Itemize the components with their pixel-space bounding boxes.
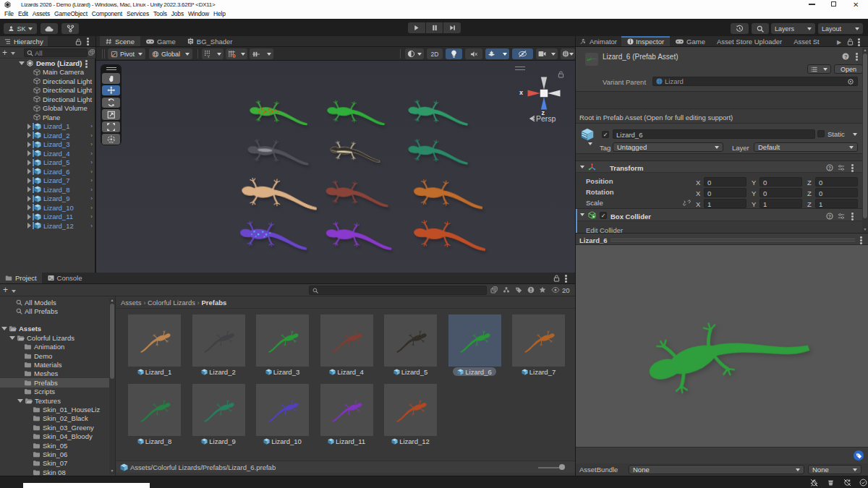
svg-text:Y: Y: [207, 54, 210, 58]
svg-text:?: ?: [828, 214, 831, 219]
svg-text:?: ?: [828, 166, 831, 171]
svg-text:?: ?: [844, 54, 847, 59]
